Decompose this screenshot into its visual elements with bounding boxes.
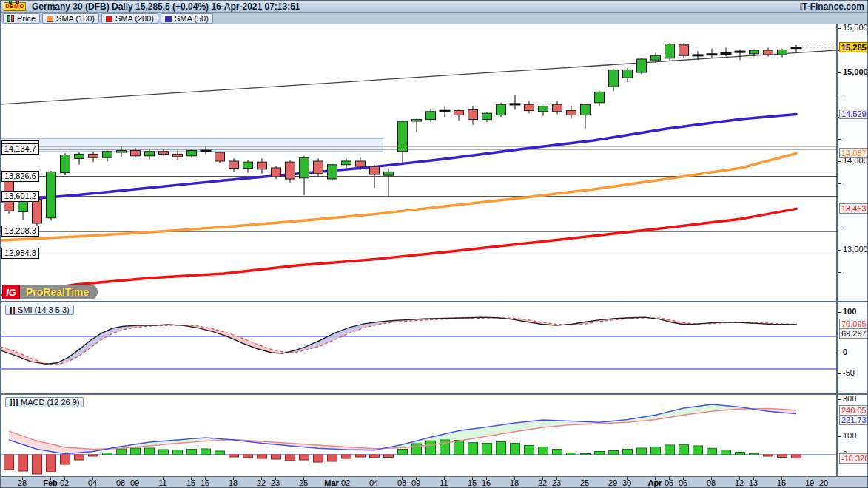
price-axis[interactable]: 15,50015,00014,00013,00014,529.514,087.6… [837,24,868,302]
axis-tick [838,399,841,400]
price-chart-panel[interactable]: 14,168.514,134.713,826.613,601.213,208.3… [1,24,837,302]
time-tick-label: 28 [18,478,27,487]
macd-legend-button[interactable]: MACD (12 26 9) [5,397,84,407]
candle-up [426,112,436,120]
legend-sma50-label: SMA (50) [175,14,209,23]
axis-tick [838,139,841,140]
smi-axis[interactable]: 1000-5070.09569.297 [837,302,868,394]
axis-tick-label: 100 [843,431,856,440]
time-tick-label: 08 [116,478,125,487]
macd-histogram-bar [258,455,267,458]
time-tick-label: 02 [341,478,350,487]
time-tick-label: 06 [679,478,687,487]
macd-histogram-bar [33,455,42,474]
time-tick-label: 05 [665,478,673,487]
candle-up [581,104,591,115]
macd-histogram-bar [679,444,689,455]
macd-histogram-bar [595,452,605,455]
macd-histogram-bar [707,448,717,455]
time-tick-label: 09 [130,478,139,487]
candle-down [356,161,366,166]
axis-tick-label: 100 [843,307,856,316]
macd-histogram-bar [75,455,84,460]
brand-link[interactable]: IT-Finance.com [800,1,864,12]
axis-tick-label: 15,000 [843,67,868,76]
macd-histogram-bar [581,454,591,455]
candle-down [33,200,42,223]
axis-tick [838,272,841,273]
candle-down [89,154,98,157]
candle-down [764,50,773,55]
legend-row: Price SMA (100) SMA (200) SMA (50) [1,13,868,24]
time-tick-label: 13 [749,478,758,487]
candle-down [567,111,576,115]
macd-histogram-bar [764,455,773,456]
smi-canvas [1,302,838,395]
macd-label: MACD (12 26 9) [21,398,79,407]
macd-canvas [1,395,838,478]
candle-up [623,70,633,78]
time-tick-label: 18 [510,478,519,487]
time-tick-label: 04 [369,478,378,487]
macd-histogram-bar [4,455,14,470]
doji-candle [707,53,718,55]
level-label: 12,954.8 [1,248,39,259]
macd-indicator-panel[interactable]: MACD (12 26 9) [1,394,837,477]
macd-axis[interactable]: 3002001000240.05221.73-18.320 [837,394,868,477]
doji-candle [721,52,732,55]
time-tick-label: 29 [608,478,617,487]
prorealtime-logo: IG ProRealTime [2,285,98,299]
level-label: 14,134.7 [1,143,39,155]
mini-candle-down-icon [16,0,19,4]
time-tick-label: 18 [229,478,238,487]
axis-tick [838,28,841,29]
time-tick-label: 11 [158,478,166,487]
doji-candle [201,150,212,152]
candle-up [497,104,506,115]
level-label: 13,826.6 [1,171,39,182]
candle-up [412,120,422,121]
candle-up [384,172,394,175]
macd-histogram-bar [454,441,464,455]
candle-up [342,161,351,165]
macd-value-tag: 240.05 [839,405,868,416]
time-tick-label: 16 [201,478,209,487]
smi-legend-button[interactable]: SMI (14 3 5 3) [5,305,74,315]
smi-value-tag: 70.095 [839,319,868,329]
legend-sma50-button[interactable]: SMA (50) [161,13,213,24]
macd-histogram-bar [778,455,787,458]
instrument-title: Germany 30 (DFB) Daily 15,285.5 (+0.04%)… [32,1,300,12]
macd-histogram-bar [229,455,239,457]
time-tick-label: 15 [186,478,195,487]
macd-histogram-bar [482,444,492,455]
legend-price-button[interactable]: Price [3,13,40,24]
macd-histogram-bar [651,447,661,455]
time-tick-label: 16 [482,478,491,487]
candle-up [482,113,492,119]
time-tick-label: 30 [622,478,631,487]
time-tick-label: 09 [411,478,420,487]
level-label: 13,601.2 [1,191,39,202]
time-tick-label: Feb [43,478,58,487]
time-tick-label: Apr [648,478,662,487]
axis-tick [838,436,841,437]
time-tick-label: 22 [257,478,266,487]
macd-histogram-bar [497,442,506,455]
legend-sma200-button[interactable]: SMA (200) [101,13,158,24]
smi-signal-line [1,318,797,365]
sma-value-tag: 14,529.5 [839,109,868,119]
axis-tick [838,72,841,73]
legend-sma100-button[interactable]: SMA (100) [42,13,99,24]
macd-histogram-bar [47,455,56,472]
trading-platform-window: DEMO Germany 30 (DFB) Daily 15,285.5 (+0… [0,0,868,488]
candle-up [300,157,309,178]
candle-up [398,121,408,152]
macd-histogram-bar [693,446,703,455]
macd-histogram-bar [623,450,633,455]
macd-histogram-bar [609,451,619,455]
macd-histogram-bar [159,450,169,455]
time-axis[interactable]: 28Feb0204080911151618222325Mar0204080911… [1,477,868,488]
candle-down [454,111,464,115]
smi-indicator-panel[interactable]: SMI (14 3 5 3) [1,302,837,394]
macd-histogram-bar [356,455,366,457]
